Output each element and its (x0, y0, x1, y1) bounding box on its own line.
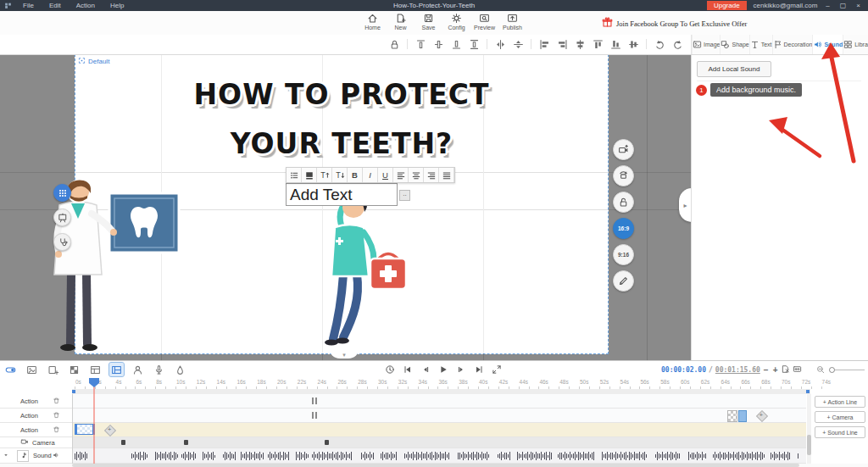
toolbar-publish-button[interactable]: Publish (501, 13, 524, 31)
tab-image[interactable]: Image (692, 35, 720, 54)
tab-sound[interactable]: Sound (812, 35, 843, 54)
sound-waveform-segment[interactable] (458, 450, 490, 462)
align-left-button[interactable] (537, 37, 552, 51)
valign-middle-button[interactable] (431, 37, 446, 51)
track-row-camera-3[interactable] (72, 437, 806, 448)
sound-waveform-segment[interactable] (181, 450, 198, 462)
align-bottom-button[interactable] (608, 37, 623, 51)
text-i-button[interactable]: I (363, 168, 378, 182)
sound-waveform-segment[interactable] (655, 450, 682, 462)
maximize-button[interactable]: ▢ (838, 2, 849, 9)
delete-frame-icon[interactable] (781, 364, 790, 375)
vertical-scrollbar-thumb[interactable] (807, 435, 811, 455)
selected-block[interactable] (738, 410, 747, 422)
tl-image-button[interactable] (25, 363, 39, 376)
skip-end-button[interactable] (472, 363, 485, 375)
sound-waveform-segment[interactable] (498, 450, 513, 462)
add-soundline-button[interactable]: + Sound Line (815, 426, 865, 438)
sound-waveform-segment[interactable] (203, 450, 218, 462)
expand-caret-wrap[interactable] (3, 452, 9, 460)
camera-add-button[interactable] (613, 139, 634, 160)
unlock-button[interactable] (613, 192, 634, 213)
minimize-button[interactable]: – (824, 2, 831, 9)
menu-file[interactable]: File (15, 2, 42, 9)
sound-waveform-segment[interactable] (155, 450, 180, 462)
menu-help[interactable]: Help (103, 2, 131, 9)
total-time[interactable]: 00:01:15.60 (715, 366, 760, 374)
timeline-horizontal-scrollbar[interactable] (0, 464, 868, 467)
delete-track-button[interactable] (53, 411, 60, 420)
sound-waveform-segment[interactable] (404, 450, 451, 462)
aspect-9-16-button[interactable]: 9:16 (613, 244, 634, 265)
toolbar-home-button[interactable]: Home (361, 13, 384, 31)
zoom-in-timeline-button[interactable]: + (772, 365, 779, 375)
sound-waveform-segment[interactable] (517, 450, 554, 462)
lock-button[interactable] (387, 37, 402, 51)
zoom-slider-knob[interactable] (829, 367, 835, 373)
collapse-panel-tab[interactable]: ▸ (679, 188, 692, 222)
text-font-down-button[interactable]: T (332, 168, 348, 182)
sound-waveform-segment[interactable] (131, 450, 149, 462)
text-list-button[interactable] (287, 168, 302, 182)
timeline-zoom-slider[interactable] (829, 370, 865, 370)
text-box-drag-handle[interactable]: .. (399, 190, 410, 201)
sound-waveform-segment[interactable] (241, 450, 266, 462)
tab-shape[interactable]: Shape (720, 35, 748, 54)
tl-person-button[interactable] (131, 363, 145, 376)
sound-waveform-segment[interactable] (381, 450, 398, 462)
selected-action-block[interactable] (75, 424, 95, 435)
camera-frame-label[interactable]: Default (78, 57, 109, 66)
delete-track-button[interactable] (53, 397, 60, 406)
align-top-button[interactable] (590, 37, 605, 51)
close-button[interactable]: × (854, 2, 862, 9)
canvas-tool-stethoscope[interactable] (53, 233, 71, 251)
canvas-title-line1[interactable]: HOW TO PROTECT (75, 78, 609, 111)
valign-top-button[interactable] (413, 37, 428, 51)
track-row-sound-4[interactable] (72, 448, 806, 464)
sound-waveform-segment[interactable] (798, 450, 801, 462)
align-center-v-button[interactable] (626, 37, 641, 51)
zoom-out-timeline-button[interactable]: − (763, 365, 770, 375)
aspect-16-9-button[interactable]: 16:9 (613, 218, 634, 239)
text-align-justify-button[interactable] (439, 168, 454, 182)
expand-button[interactable] (490, 363, 503, 375)
pencil-button[interactable] (613, 270, 634, 292)
sound-waveform-segment[interactable] (223, 450, 237, 462)
sound-waveform-segment[interactable] (296, 450, 310, 462)
tab-text[interactable]: Text (749, 35, 772, 54)
range-end-handle[interactable] (806, 390, 810, 393)
next-button[interactable] (454, 363, 467, 375)
sound-waveform-segment[interactable] (75, 450, 89, 462)
zoom-out-icon[interactable] (816, 365, 825, 375)
align-center-h-button[interactable] (572, 37, 587, 51)
keyframe-marker[interactable] (312, 412, 317, 419)
timeline-ruler[interactable]: 0s2s4s6s8s10s12s14s16s18s20s22s24s26s28s… (0, 378, 868, 389)
text-b-button[interactable]: B (348, 168, 363, 182)
text-font-up-button[interactable]: T (317, 168, 332, 182)
tl-toggle-button[interactable] (3, 363, 18, 376)
tl-add-scene-button[interactable] (46, 363, 60, 376)
camera-keyframe[interactable] (325, 440, 329, 445)
tab-decoration[interactable]: Decoration (772, 35, 813, 54)
sound-waveform-segment[interactable] (688, 450, 708, 462)
sound-waveform-segment[interactable] (558, 450, 595, 462)
valign-stretch-button[interactable] (466, 37, 481, 51)
toolbar-preview-button[interactable]: Preview (473, 13, 496, 31)
track-row-action-2[interactable]: + (72, 423, 806, 437)
tl-timeline-button[interactable] (109, 363, 124, 376)
mute-track-button[interactable] (52, 451, 60, 461)
tl-frame-button[interactable] (88, 363, 103, 376)
sound-waveform-segment[interactable] (602, 450, 648, 462)
horizontal-scrollbar-thumb[interactable] (72, 464, 799, 467)
menu-action[interactable]: Action (69, 2, 103, 9)
flip-vertical-button[interactable] (510, 37, 526, 51)
toolbar-save-button[interactable]: Save (417, 13, 440, 31)
play-button[interactable] (437, 363, 449, 375)
playhead-line[interactable] (93, 380, 95, 464)
text-u-button[interactable]: U (378, 168, 393, 182)
delete-track-button[interactable] (53, 425, 60, 435)
text-align-left-button[interactable] (393, 168, 409, 182)
valign-bottom-button[interactable] (448, 37, 464, 51)
account-email[interactable]: cenkikko@gmail.com (754, 2, 818, 9)
sound-waveform-segment[interactable] (771, 450, 792, 462)
